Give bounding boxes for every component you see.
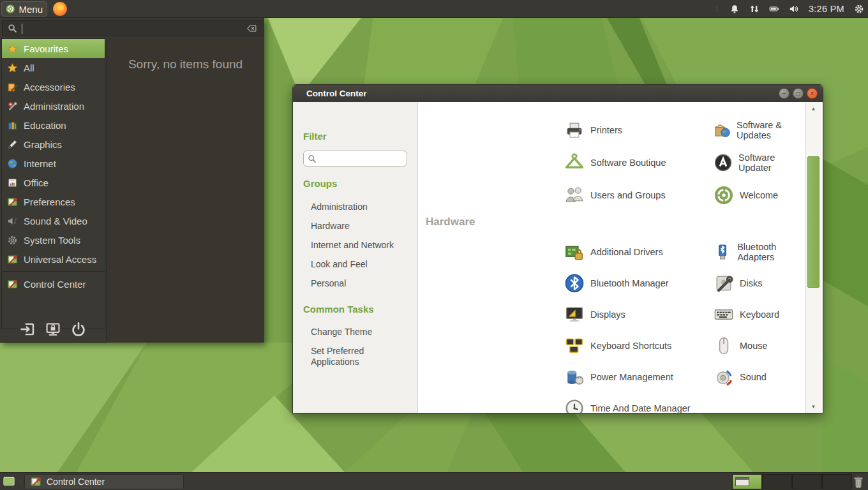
- workspace-1[interactable]: [732, 474, 762, 489]
- menu-category-sound-video[interactable]: Sound & Video: [2, 211, 105, 230]
- cc-item-sound[interactable]: Sound: [714, 367, 767, 387]
- menu-category-internet[interactable]: Internet: [2, 154, 105, 173]
- workspace-3[interactable]: [792, 474, 822, 489]
- cc-item-printers[interactable]: Printers: [564, 120, 622, 140]
- task-link-change-theme[interactable]: Change Theme: [311, 327, 372, 337]
- menu-category-universal-access[interactable]: Universal Access: [2, 249, 105, 269]
- cc-item-power-management[interactable]: Power Management: [564, 367, 673, 387]
- cc-item-keyboard[interactable]: Keyboard: [714, 304, 779, 325]
- star-icon: [7, 63, 18, 73]
- control-center-window: Control Center − □ × Filter Groups Admin…: [292, 84, 823, 413]
- group-link-administration[interactable]: Administration: [311, 202, 368, 212]
- gear-icon: [7, 235, 18, 246]
- show-desktop-button[interactable]: [3, 475, 15, 488]
- printer-icon: [564, 120, 585, 140]
- workspace-4[interactable]: [822, 474, 852, 489]
- globe-icon: [7, 158, 18, 169]
- workspace-2[interactable]: [762, 474, 792, 489]
- notifications-bell-icon[interactable]: [730, 4, 740, 14]
- menu-category-system-tools[interactable]: System Tools: [2, 230, 105, 249]
- menu-category-all[interactable]: All: [2, 58, 105, 77]
- software-updates-icon: [714, 120, 731, 140]
- cc-item-software-boutique[interactable]: Software Boutique: [564, 152, 666, 173]
- scroll-up-arrow[interactable]: ▲: [805, 103, 821, 115]
- cc-item-label: Power Management: [590, 372, 673, 382]
- cc-item-welcome[interactable]: Welcome: [714, 185, 778, 205]
- clock[interactable]: 3:26 PM: [809, 4, 844, 14]
- session-gear-icon[interactable]: [854, 4, 864, 14]
- filter-input[interactable]: [317, 154, 403, 163]
- cc-item-mouse[interactable]: Mouse: [714, 336, 768, 356]
- menu-item-control-center[interactable]: Control Center: [2, 274, 105, 293]
- cc-item-software-updates[interactable]: Software & Updates: [714, 120, 806, 140]
- trash-icon[interactable]: [851, 475, 865, 489]
- menu-category-list: Favourites All Accessories Administratio…: [1, 38, 105, 329]
- scrollbar-thumb[interactable]: [807, 156, 819, 288]
- disk-wrench-icon: [714, 273, 734, 293]
- battery-icon[interactable]: [769, 4, 779, 14]
- cc-item-label: Mouse: [740, 341, 768, 351]
- scrollbar[interactable]: ▲ ▼: [805, 102, 821, 413]
- menu-category-administration[interactable]: Administration: [2, 96, 105, 115]
- menu-category-graphics[interactable]: Graphics: [2, 135, 105, 154]
- workspace-window-preview: [735, 477, 749, 486]
- menu-category-label: Favourites: [24, 43, 68, 54]
- mouse-icon: [714, 336, 734, 356]
- menu-search-input[interactable]: [17, 23, 247, 33]
- clock-icon: [564, 398, 585, 413]
- close-button[interactable]: ×: [807, 88, 818, 99]
- cc-item-time-date[interactable]: Time And Date Manager: [564, 398, 691, 413]
- scroll-down-arrow[interactable]: ▼: [805, 401, 821, 413]
- cc-item-label: Software & Updates: [737, 120, 806, 140]
- cc-item-disks[interactable]: Disks: [714, 273, 762, 293]
- wrench-square-icon: [7, 197, 18, 207]
- cc-item-label: Time And Date Manager: [590, 403, 691, 413]
- volume-icon[interactable]: [789, 4, 799, 14]
- window-list-button-control-center[interactable]: Control Center: [24, 474, 184, 489]
- menu-category-label: All: [24, 63, 34, 73]
- menu-item-label: Control Center: [24, 279, 86, 290]
- cc-item-keyboard-shortcuts[interactable]: Keyboard Shortcuts: [564, 336, 671, 356]
- window-titlebar[interactable]: Control Center − □ ×: [293, 85, 823, 102]
- menu-search-bar[interactable]: [2, 20, 262, 36]
- shutdown-button[interactable]: [70, 321, 87, 338]
- system-tray: 3:26 PM: [714, 0, 864, 18]
- network-arrows-icon[interactable]: [749, 4, 760, 14]
- maximize-button[interactable]: □: [793, 88, 804, 99]
- menu-category-accessories[interactable]: Accessories: [2, 77, 105, 96]
- books-icon: [7, 120, 18, 131]
- lock-screen-button[interactable]: [45, 321, 61, 338]
- minimize-button[interactable]: −: [779, 88, 789, 99]
- cc-item-bluetooth-adapters[interactable]: Bluetooth Adapters: [714, 242, 806, 262]
- logout-button[interactable]: [19, 321, 36, 338]
- group-link-hardware[interactable]: Hardware: [311, 221, 350, 231]
- group-link-look-feel[interactable]: Look and Feel: [311, 259, 368, 269]
- menu-button[interactable]: Menu: [1, 1, 47, 17]
- menu-category-education[interactable]: Education: [2, 115, 105, 135]
- tray-grip-icon: [714, 4, 720, 14]
- cc-item-users-groups[interactable]: Users and Groups: [564, 185, 666, 205]
- pencil-icon: [7, 139, 18, 150]
- menu-category-label: Universal Access: [24, 254, 96, 265]
- cc-item-displays[interactable]: Displays: [564, 304, 625, 325]
- cc-item-label: Additional Drivers: [590, 247, 663, 257]
- menu-category-office[interactable]: Office: [2, 173, 105, 192]
- menu-category-favourites[interactable]: Favourites: [2, 39, 105, 58]
- menu-category-preferences[interactable]: Preferences: [2, 192, 105, 211]
- task-link-preferred-applications[interactable]: Set Preferred Applications: [311, 346, 394, 368]
- menu-button-label: Menu: [19, 4, 43, 15]
- clear-search-icon[interactable]: [247, 24, 257, 33]
- cc-item-label: Software Boutique: [590, 158, 666, 168]
- top-panel: Menu 3:26 PM: [0, 0, 868, 18]
- wrench-square-icon: [7, 254, 18, 265]
- cc-item-bluetooth-manager[interactable]: Bluetooth Manager: [564, 273, 669, 293]
- workspace-switcher: [732, 474, 852, 489]
- cc-item-label: Disks: [740, 278, 762, 288]
- menu-results-pane: Sorry, no items found: [106, 38, 264, 343]
- group-link-personal[interactable]: Personal: [311, 278, 346, 288]
- cc-item-additional-drivers[interactable]: Additional Drivers: [564, 242, 663, 262]
- cc-item-software-updater[interactable]: Software Updater: [714, 152, 806, 173]
- group-link-internet-network[interactable]: Internet and Network: [311, 240, 394, 250]
- filter-search-field[interactable]: [303, 151, 407, 167]
- firefox-icon[interactable]: [52, 1, 68, 17]
